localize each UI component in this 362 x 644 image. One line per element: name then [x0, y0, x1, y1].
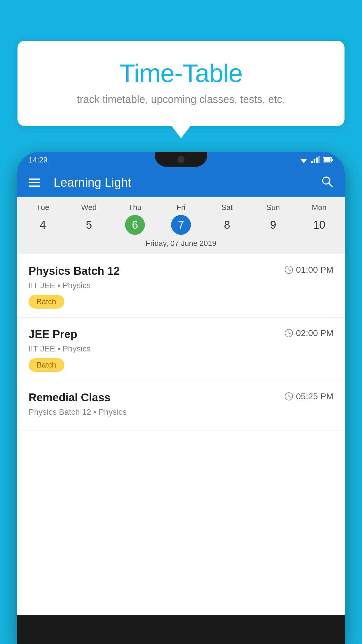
- tooltip-title: Time-Table: [41, 58, 321, 88]
- schedule-item-1-sub: IIT JEE • Physics: [29, 281, 333, 290]
- schedule-item-2-title: JEE Prep: [29, 328, 77, 341]
- app-bar: Learning Light: [17, 168, 345, 197]
- day-9[interactable]: 9: [250, 215, 296, 235]
- svg-rect-3: [311, 161, 313, 163]
- day-5[interactable]: 5: [66, 215, 112, 235]
- schedule-item-1-header: Physics Batch 12 01:00 PM: [29, 265, 333, 277]
- signal-icon: [311, 156, 320, 163]
- schedule-item-2-sub: IIT JEE • Physics: [29, 344, 333, 354]
- day-header-fri: Fri: [158, 203, 204, 212]
- day-header-mon: Mon: [296, 203, 342, 212]
- schedule-item-2-header: JEE Prep 02:00 PM: [29, 328, 333, 341]
- svg-line-14: [289, 270, 291, 271]
- phone-frame: 14:29: [17, 152, 345, 644]
- svg-line-17: [289, 333, 291, 334]
- phone-content: Learning Light Tue Wed Thu Fri Sat Sun M…: [17, 168, 345, 615]
- svg-line-20: [289, 396, 291, 397]
- search-icon[interactable]: [321, 175, 333, 190]
- batch-badge-2: Batch: [29, 358, 64, 372]
- schedule-item-3-header: Remedial Class 05:25 PM: [29, 391, 333, 404]
- day-7[interactable]: 7: [158, 215, 204, 235]
- phone-camera: [177, 156, 185, 163]
- day-4[interactable]: 4: [20, 215, 66, 235]
- wifi-icon: [299, 156, 308, 163]
- phone-notch: [155, 152, 207, 167]
- schedule-item-3-sub: Physics Batch 12 • Physics: [29, 407, 333, 417]
- schedule-item-3-title: Remedial Class: [29, 391, 110, 404]
- svg-line-11: [329, 183, 332, 187]
- schedule-item-2[interactable]: JEE Prep 02:00 PM IIT JEE • Physics Batc…: [17, 318, 345, 381]
- schedule-item-1[interactable]: Physics Batch 12 01:00 PM IIT JEE • Phys…: [17, 254, 345, 318]
- selected-date: Friday, 07 June 2019: [17, 235, 345, 251]
- schedule-item-1-title: Physics Batch 12: [29, 265, 120, 277]
- tooltip-subtitle: track timetable, upcoming classes, tests…: [41, 93, 321, 106]
- day-header-sat: Sat: [204, 203, 250, 212]
- day-header-thu: Thu: [112, 203, 158, 212]
- svg-rect-5: [316, 158, 318, 163]
- batch-badge-1: Batch: [29, 295, 64, 309]
- status-icons: [299, 156, 333, 163]
- app-title: Learning Light: [54, 176, 312, 190]
- tooltip-card: Time-Table track timetable, upcoming cla…: [17, 41, 345, 126]
- schedule-item-3[interactable]: Remedial Class 05:25 PM Physics Batch 12…: [17, 381, 345, 430]
- day-header-tue: Tue: [20, 203, 66, 212]
- svg-rect-9: [324, 158, 331, 162]
- svg-rect-4: [314, 159, 315, 163]
- calendar-strip: Tue Wed Thu Fri Sat Sun Mon 4 5 6 7: [17, 197, 345, 254]
- clock-icon-3: [284, 392, 293, 401]
- day-numbers: 4 5 6 7 8 9 10: [17, 215, 345, 235]
- hamburger-menu-icon[interactable]: [29, 178, 40, 187]
- day-6[interactable]: 6: [112, 215, 158, 235]
- battery-icon: [323, 157, 333, 163]
- schedule-item-1-time: 01:00 PM: [284, 265, 333, 275]
- clock-icon-2: [284, 329, 293, 337]
- svg-rect-8: [332, 159, 333, 161]
- schedule-item-2-time: 02:00 PM: [284, 328, 333, 338]
- svg-rect-6: [318, 156, 320, 163]
- schedule-list: Physics Batch 12 01:00 PM IIT JEE • Phys…: [17, 254, 345, 615]
- day-headers: Tue Wed Thu Fri Sat Sun Mon: [17, 203, 345, 212]
- day-header-wed: Wed: [66, 203, 112, 212]
- schedule-item-3-time: 05:25 PM: [284, 391, 333, 401]
- status-time: 14:29: [29, 155, 48, 164]
- day-8[interactable]: 8: [204, 215, 250, 235]
- day-10[interactable]: 10: [296, 215, 342, 235]
- day-header-sun: Sun: [250, 203, 296, 212]
- clock-icon: [284, 265, 293, 274]
